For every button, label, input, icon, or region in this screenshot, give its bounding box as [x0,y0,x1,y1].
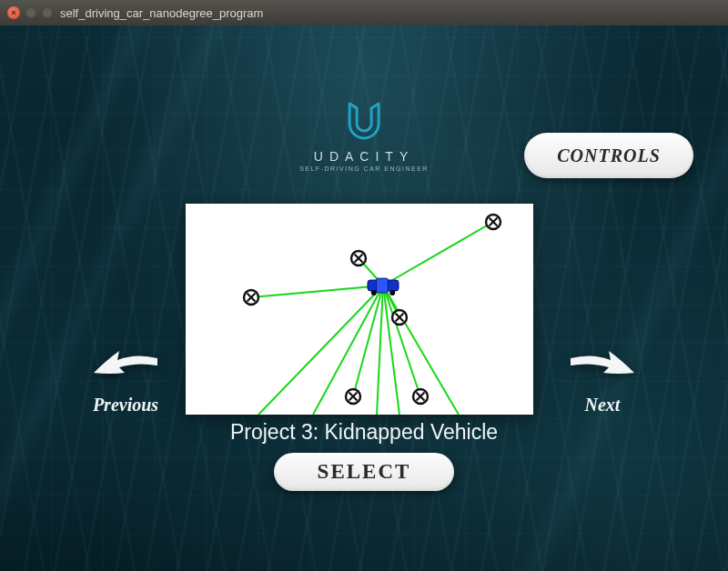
svg-point-13 [371,290,377,296]
next-label: Next [548,395,657,416]
landmark-icon [413,389,428,404]
svg-point-14 [389,290,395,296]
landmark-icon [486,215,500,229]
car-icon [368,278,399,296]
brand-name: UDACITY [299,149,429,164]
window-titlebar: × self_driving_car_nanodegree_program [0,0,728,25]
controls-button[interactable]: CONTROLS [524,133,693,178]
app-viewport: UDACITY SELF-DRIVING CAR ENGINEER CONTRO… [0,25,728,571]
landmark-icon [392,310,407,325]
preview-visualization [186,204,533,415]
project-preview [186,204,533,415]
previous-button[interactable]: Previous [71,346,180,416]
next-button[interactable]: Next [548,346,657,416]
window-title: self_driving_car_nanodegree_program [60,6,263,20]
select-button[interactable]: SELECT [274,453,454,491]
udacity-logo: UDACITY SELF-DRIVING CAR ENGINEER [299,100,429,172]
landmark-icon [351,251,366,265]
svg-line-9 [383,286,399,415]
svg-line-6 [258,286,383,415]
project-title: Project 3: Kidnapped Vehicle [230,420,498,445]
arrow-left-icon [90,346,161,389]
window-controls: × [7,6,53,19]
svg-rect-12 [377,278,389,293]
minimize-icon[interactable] [25,7,36,18]
udacity-u-icon [344,100,384,144]
previous-label: Previous [71,395,180,416]
maximize-icon[interactable] [42,7,53,18]
close-icon[interactable]: × [7,6,20,19]
landmark-icon [346,389,360,404]
landmark-icon [244,290,258,305]
brand-subtitle: SELF-DRIVING CAR ENGINEER [299,165,429,172]
svg-line-0 [251,286,383,297]
arrow-right-icon [567,346,638,389]
svg-line-3 [383,222,493,286]
